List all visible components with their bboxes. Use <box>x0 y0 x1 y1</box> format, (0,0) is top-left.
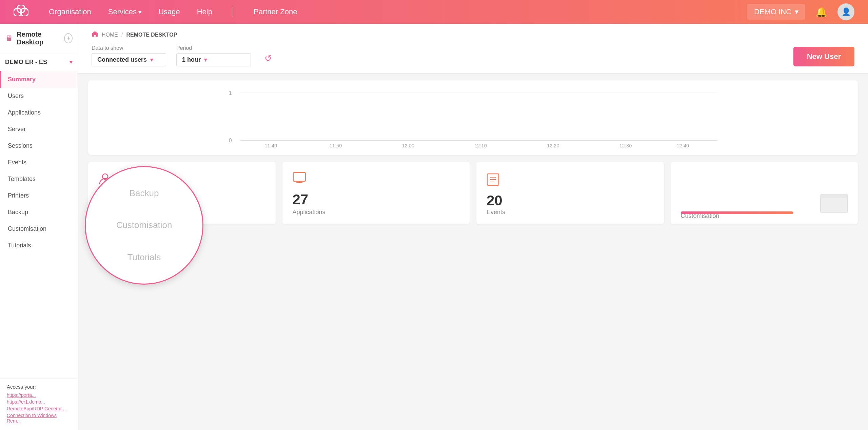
period-group: Period 1 hour ▾ <box>176 45 251 66</box>
chart-svg: 1 0 11:40 11:50 12:00 12:10 12:20 12:30 … <box>98 87 848 148</box>
svg-text:12:30: 12:30 <box>619 143 632 148</box>
filter-row: Data to show Connected users ▾ Period 1 … <box>92 45 854 66</box>
sidebar-env-name: DEMO ER - ES <box>5 59 47 66</box>
data-to-show-value: Connected users <box>97 56 147 63</box>
svg-text:12:40: 12:40 <box>676 143 689 148</box>
sidebar-footer-link-1[interactable]: https://porta... <box>7 392 71 398</box>
sidebar-item-events[interactable]: Events <box>0 154 78 171</box>
period-select[interactable]: 1 hour ▾ <box>176 53 251 66</box>
svg-text:12:00: 12:00 <box>402 143 414 148</box>
sidebar-footer-link-4[interactable]: Connection to Windows Rem... <box>7 413 71 424</box>
circle-menu-customisation[interactable]: Customisation <box>96 217 192 233</box>
company-name: DEMO INC <box>754 7 791 16</box>
stats-row: 19 Users 27 Applications <box>88 162 858 224</box>
events-stat-number: 20 <box>487 192 502 209</box>
sidebar-footer-title: Access your: <box>7 384 71 390</box>
period-value: 1 hour <box>182 56 201 63</box>
chart-section: 1 0 11:40 11:50 12:00 12:10 12:20 12:30 … <box>88 80 858 155</box>
avatar[interactable]: 👤 <box>837 3 854 20</box>
sidebar-env-arrow-icon: ▾ <box>70 58 73 66</box>
sidebar-title: Remote Desktop <box>17 30 60 46</box>
new-user-button[interactable]: New User <box>793 47 854 66</box>
applications-stat-icon <box>293 172 306 187</box>
circle-overlay-menu: Backup Customisation Tutorials <box>85 166 203 285</box>
sidebar-item-server[interactable]: Server <box>0 121 78 138</box>
chart-container: 1 0 11:40 11:50 12:00 12:10 12:20 12:30 … <box>98 87 848 148</box>
content-area: HOME / REMOTE DESKTOP Data to show Conne… <box>78 24 868 430</box>
period-label: Period <box>176 45 251 51</box>
period-arrow-icon: ▾ <box>204 57 207 63</box>
sidebar-service-icon: 🖥 <box>5 34 13 43</box>
main-nav: Organisation Services Usage Help Partner… <box>49 7 297 17</box>
svg-text:12:20: 12:20 <box>547 143 559 148</box>
breadcrumb-home[interactable]: HOME <box>102 32 118 38</box>
sidebar-item-users[interactable]: Users <box>0 88 78 104</box>
refresh-button[interactable]: ↺ <box>264 53 272 66</box>
sidebar-env-selector[interactable]: DEMO ER - ES ▾ <box>0 53 78 71</box>
sidebar-nav: Summary Users Applications Server Sessio… <box>0 71 78 378</box>
main-layout: 🖥 Remote Desktop + DEMO ER - ES ▾ Summar… <box>0 24 868 430</box>
nav-usage[interactable]: Usage <box>158 7 180 16</box>
chart-y-label-0: 0 <box>229 138 232 143</box>
nav-partner-zone[interactable]: Partner Zone <box>254 7 297 16</box>
svg-rect-14 <box>293 172 305 181</box>
sidebar-footer-link-3[interactable]: RemoteApp/RDP Generat... <box>7 406 71 411</box>
sidebar-item-customisation[interactable]: Customisation <box>0 221 78 237</box>
svg-text:11:40: 11:40 <box>264 143 277 148</box>
circle-menu-tutorials[interactable]: Tutorials <box>96 249 192 265</box>
sidebar-item-sessions[interactable]: Sessions <box>0 138 78 154</box>
nav-right: DEMO INC ▾ 🔔 👤 <box>747 3 854 20</box>
breadcrumb-current: REMOTE DESKTOP <box>126 32 177 38</box>
data-to-show-select[interactable]: Connected users ▾ <box>92 53 166 66</box>
stat-card-customisation: Customisation <box>671 162 858 224</box>
svg-text:11:50: 11:50 <box>330 143 342 148</box>
customisation-image <box>817 192 851 218</box>
nav-divider <box>233 7 233 17</box>
content-header: HOME / REMOTE DESKTOP Data to show Conne… <box>78 24 868 74</box>
chart-y-label-1: 1 <box>229 90 232 96</box>
applications-stat-label: Applications <box>293 209 326 216</box>
data-to-show-arrow-icon: ▾ <box>150 57 153 63</box>
data-to-show-label: Data to show <box>92 45 166 51</box>
sidebar-header: 🖥 Remote Desktop + <box>0 24 78 53</box>
sidebar: 🖥 Remote Desktop + DEMO ER - ES ▾ Summar… <box>0 24 78 430</box>
sidebar-item-summary[interactable]: Summary <box>0 71 78 88</box>
stat-card-events: 20 Events <box>476 162 664 224</box>
sidebar-item-applications[interactable]: Applications <box>0 104 78 121</box>
sidebar-item-backup[interactable]: Backup <box>0 204 78 221</box>
breadcrumb-icon <box>92 30 98 39</box>
sidebar-add-button[interactable]: + <box>64 33 73 43</box>
svg-point-2 <box>17 5 25 13</box>
sidebar-footer: Access your: https://porta... https://er… <box>0 378 78 430</box>
svg-text:12:10: 12:10 <box>474 143 487 148</box>
logo-icon[interactable] <box>14 5 28 19</box>
sidebar-item-tutorials[interactable]: Tutorials <box>0 237 78 254</box>
customisation-stat-label: Customisation <box>681 212 719 220</box>
stat-card-applications: 27 Applications <box>282 162 470 224</box>
bell-icon[interactable]: 🔔 <box>815 6 827 18</box>
nav-help[interactable]: Help <box>197 7 212 16</box>
events-stat-label: Events <box>487 209 505 216</box>
top-navigation: Organisation Services Usage Help Partner… <box>0 0 868 24</box>
company-selector[interactable]: DEMO INC ▾ <box>747 4 805 20</box>
breadcrumb: HOME / REMOTE DESKTOP <box>92 30 854 39</box>
nav-services[interactable]: Services <box>108 7 141 16</box>
circle-menu-backup[interactable]: Backup <box>96 185 192 201</box>
sidebar-item-templates[interactable]: Templates <box>0 171 78 187</box>
company-arrow-icon: ▾ <box>795 7 798 16</box>
sidebar-footer-link-2[interactable]: https://er1.demo... <box>7 399 71 405</box>
nav-organisation[interactable]: Organisation <box>49 7 91 16</box>
applications-stat-number: 27 <box>293 191 309 208</box>
svg-rect-22 <box>821 194 848 198</box>
breadcrumb-separator: / <box>121 32 123 38</box>
events-stat-icon <box>487 172 499 189</box>
sidebar-item-printers[interactable]: Printers <box>0 187 78 204</box>
data-to-show-group: Data to show Connected users ▾ <box>92 45 166 66</box>
